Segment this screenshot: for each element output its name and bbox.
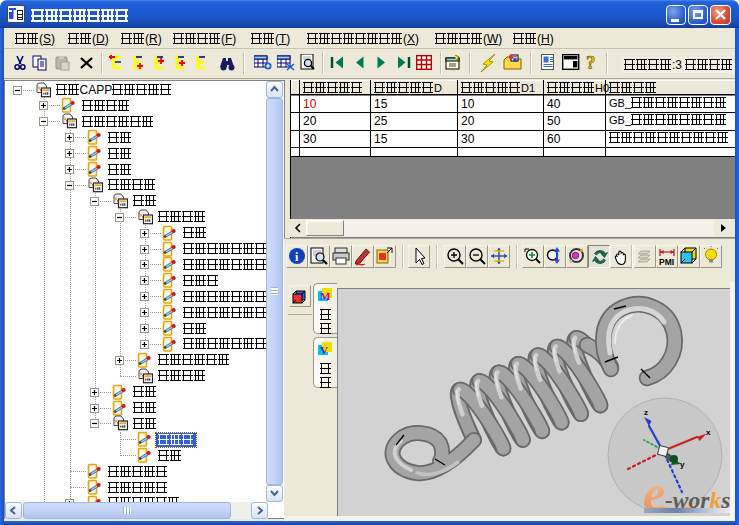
svg-text:x: x bbox=[706, 428, 711, 437]
svg-text:M: M bbox=[320, 290, 331, 302]
svg-text:y: y bbox=[680, 460, 685, 469]
svg-text:V: V bbox=[320, 344, 328, 356]
svg-text:z: z bbox=[644, 408, 648, 417]
svg-text:PMI: PMI bbox=[659, 257, 674, 267]
svg-text:?: ? bbox=[586, 53, 596, 72]
